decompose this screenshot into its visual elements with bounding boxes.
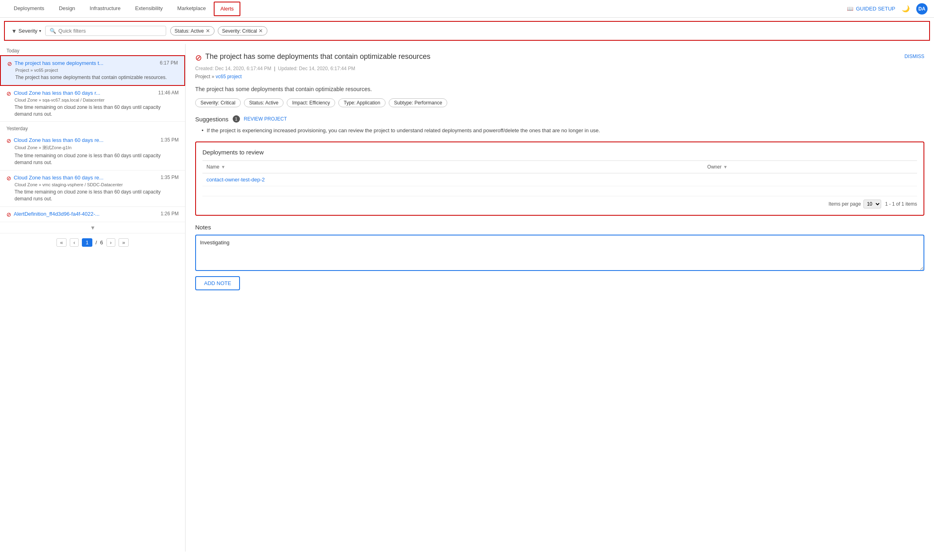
nav-deployments[interactable]: Deployments [6, 0, 52, 18]
alert-item-today-2[interactable]: ⊘ Cloud Zone has less than 60 days r... … [0, 86, 185, 122]
notes-section: Notes ADD NOTE [195, 224, 924, 290]
tag-subtype: Subtype: Performance [389, 98, 447, 107]
pagination-info: 1 - 1 of 1 items [885, 201, 917, 207]
deployments-table: Name ▼ Owner ▼ [202, 160, 917, 196]
top-navigation: Deployments Design Infrastructure Extens… [0, 0, 934, 18]
alert-body-3: The time remaining on cloud zone is less… [15, 152, 179, 166]
nav-right-section: 📖 GUIDED SETUP 🌙 DA [847, 3, 928, 15]
remove-status-chip-icon[interactable]: ✕ [206, 28, 210, 34]
yesterday-label: Yesterday [0, 122, 185, 133]
nav-infrastructure[interactable]: Infrastructure [82, 0, 128, 18]
pagination: « ‹ 1 / 6 › » [0, 233, 185, 252]
suggestions-count: 1 [233, 115, 240, 123]
nav-marketplace[interactable]: Marketplace [170, 0, 213, 18]
table-header-row: Name ▼ Owner ▼ [202, 160, 917, 173]
nav-menu: Deployments Design Infrastructure Extens… [6, 0, 241, 18]
dismiss-button[interactable]: DISMISS [905, 54, 924, 59]
alert-title-1: The project has some deployments t... [15, 60, 103, 67]
alert-time-4: 1:35 PM [161, 175, 179, 180]
detail-title-section: ⊘ The project has some deployments that … [195, 52, 430, 62]
scroll-down-indicator: ▾ [0, 222, 185, 233]
detail-tags: Severity: Critical Status: Active Impact… [195, 98, 924, 107]
tag-severity: Severity: Critical [195, 98, 241, 107]
severity-chip[interactable]: Severity: Critical ✕ [218, 26, 268, 35]
detail-header: ⊘ The project has some deployments that … [195, 52, 924, 62]
critical-icon-1: ⊘ [7, 60, 12, 67]
main-layout: Today ⊘ The project has some deployments… [0, 44, 934, 552]
alert-time-1: 6:17 PM [160, 60, 178, 66]
items-per-page: Items per page 10 25 50 [829, 200, 881, 208]
theme-toggle-icon[interactable]: 🌙 [902, 5, 910, 12]
last-page-button[interactable]: » [119, 238, 129, 247]
filter-icon-name[interactable]: ▼ [221, 164, 225, 169]
critical-icon-2: ⊘ [6, 90, 11, 97]
status-chip[interactable]: Status: Active ✕ [170, 26, 215, 35]
tag-impact: Impact: Efficiency [287, 98, 335, 107]
per-page-select[interactable]: 10 25 50 [863, 200, 881, 208]
avatar[interactable]: DA [916, 3, 928, 15]
add-note-button[interactable]: ADD NOTE [195, 276, 240, 290]
project-link[interactable]: vc65 project [216, 74, 242, 79]
alert-item-yesterday-1[interactable]: ⊘ Cloud Zone has less than 60 days re...… [0, 133, 185, 171]
detail-critical-icon: ⊘ [195, 53, 202, 62]
tag-status: Status: Active [244, 98, 284, 107]
critical-icon-3: ⊘ [6, 137, 11, 144]
suggestions-label: Suggestions [195, 116, 229, 123]
alert-item-yesterday-2[interactable]: ⊘ Cloud Zone has less than 60 days re...… [0, 171, 185, 207]
alert-body-1: The project has some deployments that co… [15, 74, 178, 81]
search-icon: 🔍 [50, 28, 56, 34]
alert-body-4: The time remaining on cloud zone is less… [15, 189, 179, 202]
deployments-title: Deployments to review [202, 149, 917, 156]
nav-design[interactable]: Design [52, 0, 82, 18]
critical-icon-5: ⊘ [6, 211, 11, 218]
filter-bar: ▼ Severity ▾ 🔍 Status: Active ✕ Severity… [4, 21, 930, 41]
remove-severity-chip-icon[interactable]: ✕ [259, 28, 263, 34]
deployment-owner-cell [703, 173, 917, 186]
deployment-link[interactable]: contact-owner-test-dep-2 [206, 177, 265, 183]
page-separator: / [96, 239, 97, 246]
alert-body-2: The time remaining on cloud zone is less… [15, 104, 179, 118]
table-footer: Items per page 10 25 50 1 - 1 of 1 items [202, 196, 917, 208]
alert-time-2: 11:46 AM [158, 90, 179, 96]
first-page-button[interactable]: « [56, 238, 67, 247]
alert-title-3: Cloud Zone has less than 60 days re... [14, 137, 104, 144]
tag-type: Type: Application [338, 98, 386, 107]
detail-description: The project has some deployments that co… [195, 85, 924, 94]
alert-detail-panel: ⊘ The project has some deployments that … [186, 44, 934, 552]
detail-meta: Created: Dec 14, 2020, 6:17:44 PM | Upda… [195, 66, 924, 71]
alert-time-5: 1:26 PM [161, 211, 179, 217]
prev-page-button[interactable]: ‹ [70, 238, 79, 247]
review-project-button[interactable]: REVIEW PROJECT [244, 116, 287, 122]
owner-column-header: Owner ▼ [703, 160, 917, 173]
alert-breadcrumb-4: Cloud Zone » vmc staging-vsphere / SDDC-… [15, 182, 179, 187]
quick-filter-container[interactable]: 🔍 [45, 26, 166, 36]
alerts-list-panel: Today ⊘ The project has some deployments… [0, 44, 186, 552]
filter-icon-owner[interactable]: ▼ [723, 164, 728, 169]
detail-title: The project has some deployments that co… [205, 52, 430, 61]
total-pages: 6 [100, 239, 103, 246]
table-row: contact-owner-test-dep-2 [202, 173, 917, 186]
alert-breadcrumb-2: Cloud Zone » sqa-vc67.sqa.local / Datace… [15, 98, 179, 102]
severity-filter[interactable]: ▼ Severity ▾ [11, 28, 41, 34]
alert-title-4: Cloud Zone has less than 60 days re... [14, 175, 104, 181]
suggestion-text: If the project is experiencing increased… [202, 127, 924, 135]
suggestions-header: Suggestions 1 REVIEW PROJECT [195, 115, 924, 123]
quick-filter-input[interactable] [58, 28, 162, 34]
detail-breadcrumb: Project » vc65 project [195, 74, 924, 79]
suggestion-bullet: If the project is experiencing increased… [202, 127, 924, 135]
nav-extensibility[interactable]: Extensibility [128, 0, 170, 18]
alert-item-today-1[interactable]: ⊘ The project has some deployments t... … [0, 55, 185, 86]
current-page-button[interactable]: 1 [82, 238, 92, 247]
name-column-header: Name ▼ [202, 160, 703, 173]
alert-breadcrumb-3: Cloud Zone » 测试Zone-g1In [15, 145, 179, 151]
alert-title-5: AlertDefinition_ff4d3d96-fa4f-4022-... [14, 211, 100, 218]
guided-setup-link[interactable]: 📖 GUIDED SETUP [847, 6, 895, 12]
severity-label: Severity [19, 28, 38, 34]
alert-item-yesterday-3[interactable]: ⊘ AlertDefinition_ff4d3d96-fa4f-4022-...… [0, 207, 185, 222]
today-label: Today [0, 44, 185, 55]
deployments-section: Deployments to review Name ▼ Owner [195, 142, 924, 216]
next-page-button[interactable]: › [106, 238, 115, 247]
notes-textarea[interactable] [195, 235, 924, 271]
nav-alerts[interactable]: Alerts [214, 2, 240, 16]
notes-label: Notes [195, 224, 924, 231]
